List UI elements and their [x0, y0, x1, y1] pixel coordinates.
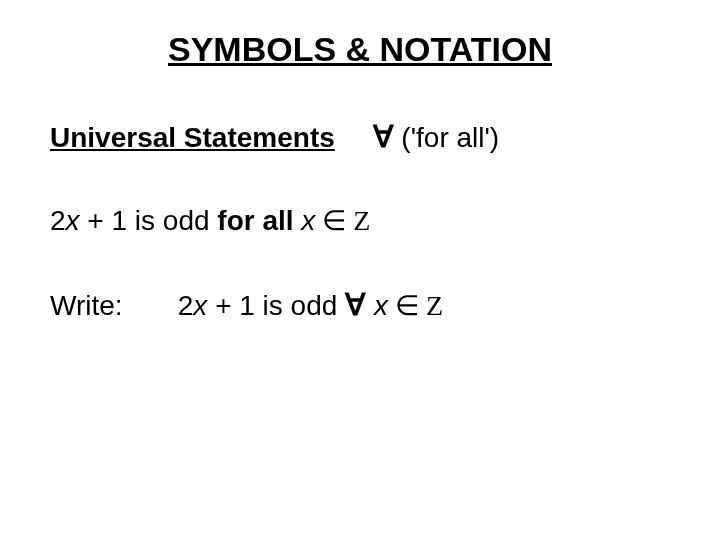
stmt-mid: + 1 is odd [80, 205, 218, 236]
write-row: Write: 2x + 1 is odd ∀ x ∈ Z [50, 287, 670, 322]
write-forall-symbol: ∀ [345, 288, 366, 321]
stmt-element-of: ∈ [315, 205, 353, 236]
stmt-set: Z [353, 205, 370, 236]
write-space [366, 290, 374, 321]
write-var2: x [374, 290, 388, 321]
example-statement: 2x + 1 is odd for all x ∈ Z [50, 204, 670, 237]
subtitle-row: Universal Statements ∀ ('for all') [50, 119, 670, 154]
write-mid: + 1 is odd [207, 290, 345, 321]
subtitle-text: Universal Statements [50, 122, 335, 153]
stmt-pre: 2 [50, 205, 66, 236]
write-var1: x [193, 290, 207, 321]
page-title: SYMBOLS & NOTATION [50, 30, 670, 69]
stmt-var2: x [301, 205, 315, 236]
write-label: Write: [50, 290, 170, 322]
write-element-of: ∈ [388, 290, 426, 321]
stmt-forall-text: for all [217, 205, 301, 236]
write-pre: 2 [178, 290, 194, 321]
stmt-var1: x [66, 205, 80, 236]
write-set: Z [426, 290, 443, 321]
forall-label: ('for all') [401, 122, 499, 153]
forall-symbol: ∀ [373, 120, 394, 153]
